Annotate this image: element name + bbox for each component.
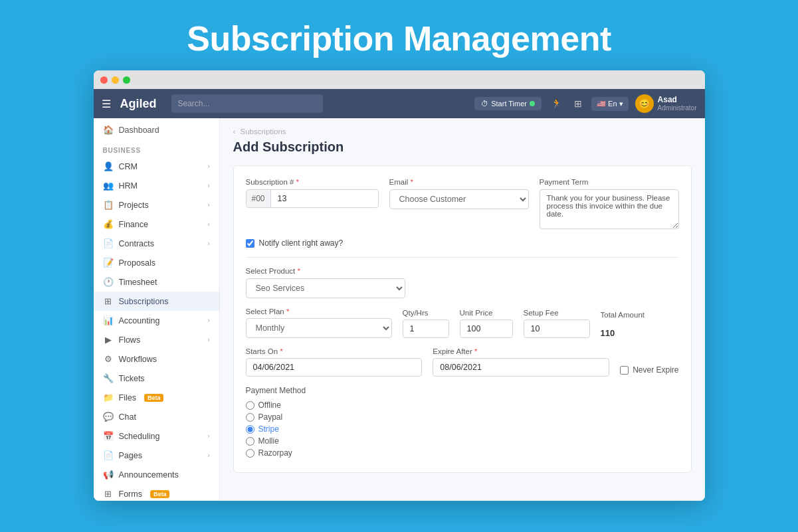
sidebar-item-projects[interactable]: 📋 Projects ›	[94, 195, 219, 215]
section-business-label: BUSINESS	[94, 141, 219, 157]
minimize-dot[interactable]	[112, 76, 119, 84]
sidebar-item-dashboard[interactable]: 🏠 Dashboard	[94, 118, 219, 141]
radio-offline-input[interactable]	[246, 401, 254, 410]
hrm-icon: 👥	[103, 181, 114, 191]
search-input[interactable]	[171, 94, 323, 113]
sidebar-item-hrm[interactable]: 👥 HRM ›	[94, 176, 219, 195]
projects-label: Projects	[119, 201, 149, 210]
starts-on-input[interactable]	[246, 358, 423, 377]
scheduling-icon: 📅	[103, 431, 114, 441]
sidebar-item-crm[interactable]: 👤 CRM ›	[94, 157, 219, 176]
grid-icon-button[interactable]: ⊞	[571, 96, 585, 112]
total-amount-label: Total Amount	[601, 311, 654, 319]
sidebar-item-proposals[interactable]: 📝 Proposals	[94, 253, 219, 272]
accounting-icon: 📊	[103, 315, 114, 325]
radio-stripe-input[interactable]	[246, 425, 254, 434]
timer-indicator	[530, 101, 535, 106]
browser-titlebar	[94, 70, 705, 89]
contracts-icon: 📄	[103, 238, 114, 248]
close-dot[interactable]	[100, 76, 108, 84]
product-select[interactable]: Seo Services	[246, 278, 405, 298]
unit-price-input[interactable]	[460, 319, 513, 338]
starts-on-group: Starts On	[246, 347, 423, 377]
radio-paypal-input[interactable]	[246, 413, 254, 422]
accounting-label: Accounting	[119, 316, 160, 325]
tickets-icon: 🔧	[103, 373, 114, 383]
sidebar-item-subscriptions[interactable]: ⊞ Subscriptions	[94, 292, 219, 311]
tickets-label: Tickets	[119, 374, 145, 383]
sub-num-prefix: #00	[247, 190, 271, 207]
chevron-right-icon: ›	[207, 452, 209, 459]
start-timer-button[interactable]: ⏱ Start Timer	[474, 97, 542, 110]
main-area: 🏠 Dashboard BUSINESS 👤 CRM › 👥 HRM	[94, 118, 705, 501]
payment-method-label: Payment Method	[246, 386, 679, 395]
sidebar-item-announcements[interactable]: 📢 Announcements	[94, 465, 219, 484]
payment-method-section: Payment Method Offline Paypal Stripe	[246, 386, 679, 458]
sidebar-item-chat[interactable]: 💬 Chat	[94, 407, 219, 426]
radio-mollie-input[interactable]	[246, 437, 254, 446]
browser-window: ☰ Agiled ⏱ Start Timer 🏃 ⊞ 🇺🇸 En ▾ 😊 Asa…	[94, 70, 705, 501]
announcements-label: Announcements	[119, 470, 179, 480]
user-menu[interactable]: 😊 Asad Administrator	[635, 94, 697, 113]
product-group: Select Product Seo Services	[246, 267, 679, 298]
pages-icon: 📄	[103, 450, 114, 460]
app-logo: Agiled	[120, 97, 157, 111]
payment-term-textarea[interactable]: Thank you for your business. Please proc…	[540, 189, 679, 229]
never-expire-group: Never Expire	[620, 347, 678, 377]
radio-razorpay[interactable]: Razorpay	[246, 448, 679, 458]
divider	[246, 257, 679, 258]
home-icon: 🏠	[103, 125, 114, 135]
radio-paypal[interactable]: Paypal	[246, 412, 679, 422]
files-beta-badge: Beta	[144, 394, 164, 402]
sidebar-item-finance[interactable]: 💰 Finance ›	[94, 215, 219, 234]
qty-input[interactable]	[403, 319, 449, 338]
subscriptions-label: Subscriptions	[119, 297, 169, 306]
flows-icon: ▶	[103, 335, 114, 345]
language-button[interactable]: 🇺🇸 En ▾	[591, 97, 629, 111]
sidebar-item-flows[interactable]: ▶ Flows ›	[94, 330, 219, 349]
never-expire-label: Never Expire	[633, 365, 678, 375]
paypal-label: Paypal	[258, 412, 283, 422]
hamburger-icon[interactable]: ☰	[102, 98, 111, 110]
plan-select[interactable]: Monthly	[246, 318, 392, 338]
chevron-right-icon: ›	[207, 317, 209, 324]
setup-fee-label: Setup Fee	[524, 309, 590, 317]
notify-checkbox-row: Notify client right away?	[246, 238, 679, 248]
total-amount-group: Total Amount 110	[601, 311, 654, 338]
sidebar-item-tickets[interactable]: 🔧 Tickets	[94, 369, 219, 388]
sidebar-item-pages[interactable]: 📄 Pages ›	[94, 446, 219, 465]
radio-mollie[interactable]: Mollie	[246, 436, 679, 446]
sidebar-item-contracts[interactable]: 📄 Contracts ›	[94, 234, 219, 253]
radio-offline[interactable]: Offline	[246, 400, 679, 410]
never-expire-checkbox[interactable]	[620, 366, 629, 375]
avatar: 😊	[635, 94, 654, 113]
sidebar-item-timesheet[interactable]: 🕐 Timesheet	[94, 272, 219, 292]
sidebar-item-accounting[interactable]: 📊 Accounting ›	[94, 311, 219, 330]
setup-fee-group: Setup Fee	[524, 309, 590, 338]
breadcrumb[interactable]: ‹ Subscriptions	[233, 128, 692, 135]
expire-after-input[interactable]	[433, 358, 609, 377]
sidebar-item-forms[interactable]: ⊞ Forms Beta	[94, 484, 219, 501]
sub-num-input[interactable]	[271, 190, 379, 207]
maximize-dot[interactable]	[123, 76, 130, 84]
pages-label: Pages	[119, 451, 142, 460]
sub-num-label: Subscription #	[246, 178, 379, 186]
sidebar-item-files[interactable]: 📁 Files Beta	[94, 388, 219, 407]
add-subscription-form: Subscription # #00 Email Choose Customer	[233, 165, 692, 473]
qty-label: Qty/Hrs	[403, 309, 449, 317]
radio-razorpay-input[interactable]	[246, 449, 254, 458]
notify-checkbox[interactable]	[246, 239, 254, 248]
scheduling-label: Scheduling	[119, 432, 160, 441]
radio-stripe[interactable]: Stripe	[246, 424, 679, 434]
setup-fee-input[interactable]	[524, 319, 590, 338]
customer-select[interactable]: Choose Customer	[389, 189, 529, 209]
activity-icon-button[interactable]: 🏃	[548, 96, 565, 112]
sidebar-item-workflows[interactable]: ⚙ Workflows	[94, 349, 219, 369]
sidebar-item-scheduling[interactable]: 📅 Scheduling ›	[94, 426, 219, 446]
flows-label: Flows	[119, 335, 141, 345]
unit-price-label: Unit Price	[460, 309, 513, 317]
forms-label: Forms	[119, 489, 142, 499]
forms-icon: ⊞	[103, 489, 114, 499]
forms-beta-badge: Beta	[150, 490, 170, 498]
hrm-label: HRM	[119, 181, 138, 191]
